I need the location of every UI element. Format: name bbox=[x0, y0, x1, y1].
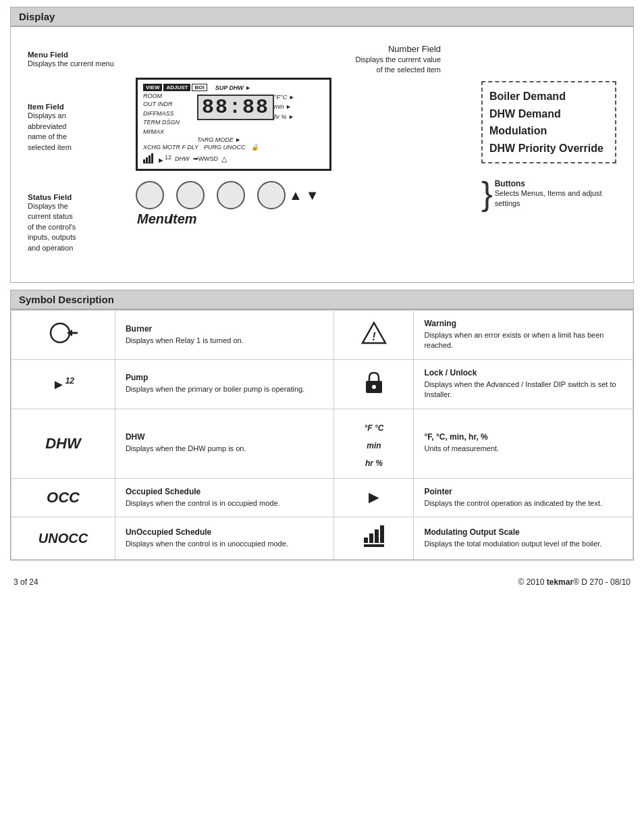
warning-svg: ! bbox=[361, 321, 387, 344]
button-circle-3[interactable] bbox=[217, 181, 245, 209]
svg-rect-14 bbox=[369, 533, 373, 543]
modscale-desc-cell: Modulating Output Scale Displays the tot… bbox=[414, 517, 633, 559]
burner-svg bbox=[48, 321, 78, 345]
lcd-tabs-row: VIEW ADJUST BOI SUP DHW ► bbox=[143, 84, 324, 91]
demand-box: Boiler Demand DHW Demand Modulation DHW … bbox=[481, 81, 616, 163]
display-section: Menu Field Displays the current menu Ite… bbox=[10, 26, 634, 283]
warning-icon-cell: ! bbox=[334, 311, 414, 360]
buttons-title: Buttons bbox=[495, 179, 616, 188]
lcd-item-termdsgn: TERM DŚGN bbox=[143, 118, 197, 128]
unocc-text: Displays when the control is in unoccupi… bbox=[126, 539, 324, 549]
occ-text: Displays when the control is in occupied… bbox=[126, 498, 324, 509]
arrow-down-symbol[interactable]: ▼ bbox=[306, 188, 319, 203]
button-circle-1[interactable] bbox=[136, 181, 164, 209]
demand-item-4: DHW Priority Override bbox=[489, 140, 608, 157]
button-circle-4[interactable] bbox=[257, 181, 286, 209]
pump-arrow-icon: ►12 bbox=[52, 377, 74, 392]
lcd-lock-icon: 🔒 bbox=[251, 144, 259, 151]
display-header: Display bbox=[10, 7, 634, 26]
diagram-area: Menu Field Displays the current menu Ite… bbox=[21, 37, 623, 272]
lcd-row-room: ROOM bbox=[143, 93, 197, 99]
occ-text-icon: OCC bbox=[47, 489, 80, 506]
symbol-row-3: DHW DHW Displays when the DHW pump is on… bbox=[11, 409, 633, 478]
pump-icon-cell: ►12 bbox=[11, 359, 115, 409]
lcd-xchg: XCHG MOTR F DLY bbox=[143, 144, 198, 151]
lcd-warning: △ bbox=[221, 155, 227, 163]
center-panel: Number Field Displays the current value … bbox=[136, 44, 475, 227]
occ-icon-cell: OCC bbox=[11, 478, 115, 517]
burner-text: Displays when Relay 1 is turned on. bbox=[126, 336, 324, 346]
lock-desc-cell: Lock / Unlock Displays when the Advanced… bbox=[414, 359, 633, 409]
dhw-title: DHW bbox=[126, 432, 324, 442]
units-icon-cell: °F °Cminhr % bbox=[334, 409, 414, 478]
burner-title: Burner bbox=[126, 324, 324, 334]
buttons-area: ▲ ▼ Menu Item bbox=[136, 181, 475, 227]
item-label: Item bbox=[169, 211, 197, 227]
lcd-item-outindr: OUT INDR bbox=[143, 100, 197, 109]
unocc-desc-cell: UnOccupied Schedule Displays when the co… bbox=[115, 517, 334, 559]
lock-svg bbox=[364, 370, 384, 394]
lcd-pump-icon: ►12 bbox=[157, 154, 171, 164]
buttons-desc: Selects Menus, Items and adjust settings bbox=[495, 188, 616, 209]
button-circle-2[interactable] bbox=[176, 181, 205, 209]
menu-field-title: Menu Field bbox=[28, 51, 129, 59]
lcd-icons-row: ►12 DHW ➡WWSD △ bbox=[143, 153, 324, 165]
lcd-wwsd: ➡WWSD bbox=[193, 155, 219, 162]
svg-rect-1 bbox=[146, 157, 148, 163]
svg-point-12 bbox=[372, 385, 376, 389]
button-labels-row: Menu Item bbox=[136, 211, 475, 227]
lcd-tab-view: VIEW bbox=[143, 84, 162, 91]
unocc-title: UnOccupied Schedule bbox=[126, 527, 324, 537]
menu-label: Menu bbox=[137, 211, 165, 227]
units-title: °F, °C, min, hr, % bbox=[424, 432, 622, 442]
lock-icon-cell bbox=[334, 359, 414, 409]
lock-title: Lock / Unlock bbox=[424, 368, 622, 377]
dhw-icon-cell: DHW bbox=[11, 409, 115, 478]
number-field-title: Number Field bbox=[388, 44, 441, 54]
lcd-dhw-label: DHW bbox=[175, 155, 190, 162]
pump-desc-cell: Pump Displays when the primary or boiler… bbox=[115, 359, 334, 409]
burner-desc-cell: Burner Displays when Relay 1 is turned o… bbox=[115, 311, 334, 360]
buttons-annotation: } Buttons Selects Menus, Items and adjus… bbox=[481, 177, 616, 211]
svg-rect-3 bbox=[151, 153, 153, 163]
status-field-title: Status Field bbox=[28, 193, 129, 201]
svg-rect-4 bbox=[143, 163, 153, 163]
pointer-arrow-icon: ► bbox=[365, 487, 383, 507]
pump-text: Displays when the primary or boiler pump… bbox=[126, 384, 324, 394]
burner-icon-cell bbox=[11, 311, 115, 360]
warning-desc-cell: Warning Displays when an error exists or… bbox=[414, 311, 633, 360]
footer-brand: tekmar bbox=[547, 577, 573, 587]
item-field-annotation: Item Field Displays an abbreviated name … bbox=[28, 103, 129, 153]
arrow-up-symbol[interactable]: ▲ bbox=[289, 188, 302, 203]
symbol-row-4: OCC Occupied Schedule Displays when the … bbox=[11, 478, 633, 517]
occ-title: Occupied Schedule bbox=[126, 487, 324, 496]
left-annotations: Menu Field Displays the current menu Ite… bbox=[28, 44, 129, 265]
svg-rect-2 bbox=[149, 155, 151, 163]
dhw-desc-cell: DHW Displays when the DHW pump is on. bbox=[115, 409, 334, 478]
svg-point-5 bbox=[51, 323, 70, 342]
unocc-text-icon: UNOCC bbox=[38, 531, 88, 546]
number-field-desc1: Displays the current value bbox=[355, 55, 441, 63]
modscale-text: Displays the total modulation output lev… bbox=[424, 539, 622, 549]
lcd-unit-fc: °F°C ► bbox=[274, 93, 295, 102]
pointer-text: Displays the control operation as indica… bbox=[424, 498, 622, 509]
footer-page: 3 of 24 bbox=[14, 577, 38, 587]
dhw-text-icon: DHW bbox=[45, 435, 81, 452]
lcd-sup-dhw: SUP DHW ► bbox=[215, 84, 252, 91]
demand-item-2: DHW Demand bbox=[489, 105, 608, 123]
buttons-row: ▲ ▼ bbox=[136, 181, 475, 209]
lcd-main-row: ROOM OUT INDR DIFFMASS TERM DŚGN MI⁄MAX … bbox=[143, 93, 324, 136]
item-field-title: Item Field bbox=[28, 103, 129, 111]
svg-text:!: ! bbox=[372, 331, 376, 342]
number-field-annotation: Number Field Displays the current value … bbox=[136, 44, 475, 74]
pointer-icon-cell: ► bbox=[334, 478, 414, 517]
dhw-text: Displays when the DHW pump is on. bbox=[126, 444, 324, 454]
footer-model: D 270 - 08/10 bbox=[581, 577, 630, 587]
modscale-title: Modulating Output Scale bbox=[424, 527, 622, 537]
menu-field-annotation: Menu Field Displays the current menu bbox=[28, 51, 129, 69]
lcd-item-diffmass: DIFFMASS bbox=[143, 109, 197, 119]
lcd-digits: 88:88 bbox=[197, 95, 274, 120]
status-field-annotation: Status Field Displays the current status… bbox=[28, 193, 129, 253]
button-circles bbox=[136, 181, 286, 209]
svg-rect-16 bbox=[380, 525, 384, 543]
